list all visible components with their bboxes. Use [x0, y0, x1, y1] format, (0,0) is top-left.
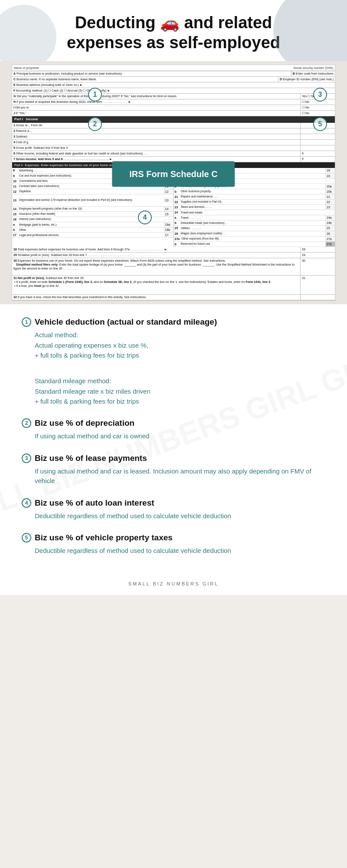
exp-row-23: 23 Taxes and licenses . . . . . 23	[174, 205, 335, 210]
exp-row-25: 25 Utilities . . . . . . . 25	[174, 226, 335, 231]
info-item-1-header: 1 Vehicle deduction (actual or standard …	[22, 317, 325, 327]
info-item-3-body: If using actual method and car is leased…	[35, 467, 325, 486]
form-line-31: 31 Net profit or (loss). Subtract line 3…	[12, 276, 335, 295]
row-b-text: Enter code from instructions	[296, 72, 334, 75]
form-row-i: I Did you m ☐ No	[12, 105, 335, 111]
exp-row-20b: b Other business property 20b	[174, 189, 335, 194]
circle-3-overlay: 3	[313, 88, 327, 102]
page-footer: SMALL BIZ NUMBERS GIRL	[0, 572, 347, 595]
form-line-28: 28 Total expenses before expenses for bu…	[12, 247, 335, 253]
info-item-3-header: 3 Biz use % of lease payments	[22, 454, 325, 463]
form-line-5: 5 Gross profit. Subtract line 4 from lin…	[12, 145, 335, 151]
info-item-4-title: Biz use % of auto loan interest	[35, 498, 154, 508]
circle-1: 1	[22, 317, 31, 327]
row-i-letter: I	[13, 106, 14, 109]
form-line-30: 30 Expenses for business use of your hom…	[12, 258, 335, 276]
row-e-letter: E	[13, 83, 16, 86]
info-item-3: 3 Biz use % of lease payments If using a…	[22, 454, 325, 486]
actual-method-line-2: + full tolls & parking fees for biz trip…	[35, 352, 139, 359]
exp-row-22: 22 Supplies (not included in Part III) .…	[174, 200, 335, 205]
exp-row-17: 17 Legal and professional services 17	[12, 233, 174, 238]
exp-row-14: 14 Employee benefit programs (other than…	[12, 207, 174, 212]
form-name-ssn-row: Name of proprietor Social security numbe…	[12, 65, 335, 71]
form-line-1: 1 Gross re... Form W-	[12, 123, 335, 128]
exp-row-21: 21 Repairs and maintenance . . . 21	[174, 194, 335, 200]
info-item-4-text: Deductible regardless of method used to …	[35, 512, 231, 519]
form-bottom-lines: 28 Total expenses before expenses for bu…	[12, 247, 335, 300]
form-row-g: G Did you "materially participate" in th…	[12, 94, 335, 99]
info-item-4-body: Deductible regardless of method used to …	[35, 511, 325, 521]
name-label: Name of proprietor	[14, 66, 39, 70]
form-row-f: F Accounting method: (1) ☐ Cash (2) ☐ Ac…	[12, 88, 335, 94]
row-f-letter: F	[13, 89, 15, 92]
actual-method-line-1: Actual operating expenses x biz use %,	[35, 342, 148, 349]
info-item-4: 4 Biz use % of auto loan interest Deduct…	[22, 498, 325, 521]
row-a-text: Principal business or profession, includ…	[16, 72, 122, 75]
car-icon: 🚗	[160, 14, 180, 32]
form-row-h: H If you started or acquired this busine…	[12, 99, 335, 105]
row-c-text: Business name. If no separate business n…	[16, 78, 97, 81]
form-row-e: E Business address (including suite or r…	[12, 82, 335, 88]
part1-lines: 1 Gross re... Form W- 2 Returns a... 3 S…	[12, 123, 335, 162]
row-h-text: If you started or acquired this business…	[16, 100, 131, 103]
irs-form: IRS Form Schedule C 1 2 3 4 5 Name of pr…	[12, 65, 335, 301]
footer-text: SMALL BIZ NUMBERS GIRL	[128, 581, 219, 586]
circle-2: 2	[22, 418, 31, 428]
exp-row-12: 12 Depletion 12	[12, 189, 174, 194]
form-line-29: 29 Tentative profit or (loss). Subtract …	[12, 253, 335, 258]
info-item-2-body: If using actual method and car is owned	[35, 431, 325, 441]
exp-row-16b: b Other 16b	[12, 227, 174, 233]
circle-5: 5	[22, 533, 31, 542]
page-header: Deducting 🚗 and related expenses as self…	[0, 0, 347, 61]
exp-row-27b: b Reserved for future use 27b	[174, 242, 335, 247]
circle-4: 4	[22, 498, 31, 508]
info-item-2-text: If using actual method and car is owned	[35, 432, 149, 440]
info-section: SMALL BIZ NUMBERS GIRL GUIDE 1 Vehicle d…	[0, 304, 347, 572]
info-item-1: 1 Vehicle deduction (actual or standard …	[22, 317, 325, 407]
form-line-3: 3 Subtract	[12, 134, 335, 140]
info-item-3-title: Biz use % of lease payments	[35, 454, 147, 463]
info-item-1-title: Vehicle deduction (actual or standard mi…	[35, 317, 217, 327]
circle-4-overlay: 4	[138, 210, 152, 224]
row-j-letter: J	[13, 112, 15, 115]
standard-method-line-2: + full tolls & parking fees for biz trip…	[35, 398, 139, 405]
standard-method-block: Standard mileage method: Standard mileag…	[35, 376, 325, 407]
info-item-5-body: Deductible regardless of method used to …	[35, 546, 325, 556]
info-item-2: 2 Biz use % of depreciation If using act…	[22, 418, 325, 441]
ssn-label: Social security number (SSN)	[293, 66, 333, 70]
form-line-2: 2 Returns a...	[12, 128, 335, 134]
row-a-letter: A	[13, 72, 16, 75]
circle-5-overlay: 5	[313, 117, 327, 131]
circle-1-overlay: 1	[88, 88, 102, 102]
row-d-text: Employer ID number (EIN) (see instr.)	[283, 78, 334, 81]
form-row-a: A Principal business or profession, incl…	[12, 71, 335, 77]
info-item-2-title: Biz use % of depreciation	[35, 418, 134, 428]
info-item-2-header: 2 Biz use % of depreciation	[22, 418, 325, 428]
page-title: Deducting 🚗 and related expenses as self…	[26, 13, 321, 53]
row-j-text: If "Yes,"	[16, 112, 26, 115]
info-item-1-body: Actual method: Actual operating expenses…	[35, 330, 325, 407]
exp-row-16a: a Mortgage (paid to banks, etc.) 16a	[12, 222, 174, 227]
info-item-4-header: 4 Biz use % of auto loan interest	[22, 498, 325, 508]
form-line-4: 4 Cost of g	[12, 140, 335, 145]
circle-2-overlay: 2	[88, 117, 102, 131]
exp-row-24a: a Travel . . . . . . . . 24a	[174, 215, 335, 220]
exp-row-26: 26 Wages (less employment credits) . . 2…	[174, 231, 335, 237]
info-item-5-title: Biz use % of vehicle property taxes	[35, 533, 173, 542]
circle-3: 3	[22, 454, 31, 463]
exp-row-24b: b Deductible meals (see instructions) . …	[174, 220, 335, 226]
info-item-5: 5 Biz use % of vehicle property taxes De…	[22, 533, 325, 556]
row-e-text: Business address (including suite or roo…	[16, 83, 83, 86]
standard-method-line-1: Standard mileage rate x biz miles driven	[35, 388, 151, 395]
form-row-j: J If "Yes," ☐ No	[12, 111, 335, 116]
row-b-letter: B	[293, 72, 295, 75]
row-h-letter: H	[13, 100, 16, 103]
part1-header: Part I Income	[12, 116, 335, 122]
info-item-5-text: Deductible regardless of method used to …	[35, 547, 231, 554]
form-line-6: 6 Other income, including federal and st…	[12, 151, 335, 157]
info-item-3-text: If using actual method and car is leased…	[35, 467, 311, 485]
row-c-letter: C	[13, 78, 16, 81]
row-d-letter: D	[280, 78, 282, 81]
form-banner: IRS Form Schedule C	[112, 161, 235, 187]
actual-method-block: Actual method: Actual operating expenses…	[35, 330, 325, 361]
